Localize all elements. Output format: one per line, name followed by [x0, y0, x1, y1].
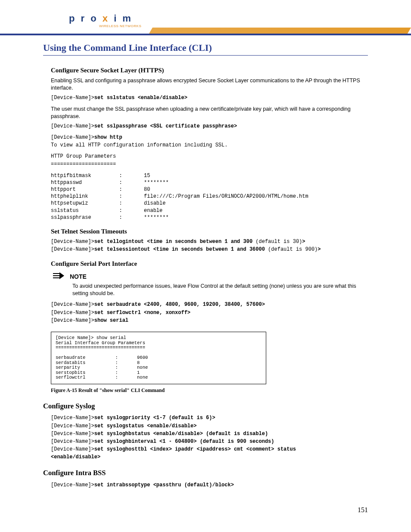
note-arrow-icon: [53, 272, 65, 279]
note-label: NOTE: [70, 272, 87, 281]
logo-text-post: i m: [109, 13, 133, 24]
cli-sysloghbstatus: [Device-Name]>set sysloghbstatus <enable…: [43, 430, 368, 437]
cli-telsessiontout: [Device-Name]>set telsessiontout <time i…: [43, 246, 368, 253]
cli-show-http: [Device-Name]>show http: [43, 134, 368, 141]
brand-logo: p r o x i m WIRELESS NETWORKS: [69, 12, 141, 28]
text-passphrase-note: The user must change the SSL passphrase …: [43, 106, 368, 120]
header-orange-bar: [149, 28, 411, 34]
logo-text-x: x: [103, 13, 109, 24]
page-header: p r o x i m WIRELESS NETWORKS: [43, 12, 368, 36]
cli-set-sslstatus: [Device-Name]>set sslstatus <enable/disa…: [43, 94, 368, 101]
cli-sysloghosttbl-cont: <enable/disable>: [43, 454, 368, 460]
http-params-header: HTTP Group Parameters: [43, 153, 368, 160]
figure-show-serial: [Device Name]> show serial Serial Interf…: [51, 332, 266, 384]
heading-syslog: Configure Syslog: [43, 401, 368, 411]
text-https-intro: Enabling SSL and configuring a passphras…: [43, 77, 368, 92]
heading-https: Configure Secure Socket Layer (HTTPS): [43, 66, 368, 75]
cli-intrabssoptype: [Device-Name]>set intrabssoptype <passth…: [43, 482, 368, 488]
cli-syslogstatus: [Device-Name]>set syslogstatus <enable/d…: [43, 423, 368, 429]
cli-serflowctrl: [Device-Name]>set serflowctrl <none, xon…: [43, 309, 368, 316]
logo-tagline: WIRELESS NETWORKS: [99, 24, 141, 29]
note-body-serial: To avoid unexpected performance issues, …: [43, 283, 368, 297]
cli-tellogintout: [Device-Name]>set tellogintout <time in …: [43, 238, 368, 245]
cli-sysloghosttbl: [Device-Name]>set sysloghosttbl <index> …: [43, 446, 368, 453]
page-title: Using the Command Line Interface (CLI): [43, 41, 368, 56]
cli-sysloghbinterval: [Device-Name]>set sysloghbinterval <1 - …: [43, 438, 368, 445]
cli-set-sslpassphrase: [Device-Name]>set sslpassphrase <SSL cer…: [43, 123, 368, 130]
header-blue-bar: [0, 34, 411, 35]
logo-text-pre: p r o: [69, 13, 103, 24]
figure-caption: Figure A-15 Result of "show serial" CLI …: [51, 387, 368, 394]
cli-syslogpriority: [Device-Name]>set syslogpriority <1-7 (d…: [43, 414, 368, 421]
cli-show-http-desc: To view all HTTP configuration informati…: [43, 142, 368, 149]
heading-serial: Configure Serial Port Interface: [43, 259, 368, 268]
http-params-divider: =====================: [43, 161, 368, 168]
cli-show-serial: [Device-Name]>show serial: [43, 317, 368, 324]
heading-intrabss: Configure Intra BSS: [43, 468, 368, 478]
http-params-table: httpifbitmask : 15 httppasswd : ********…: [43, 172, 368, 221]
heading-telnet: Set Telnet Session Timeouts: [43, 227, 368, 236]
cli-serbaudrate: [Device-Name]>set serbaudrate <2400, 480…: [43, 301, 368, 308]
page-number: 151: [358, 505, 368, 515]
